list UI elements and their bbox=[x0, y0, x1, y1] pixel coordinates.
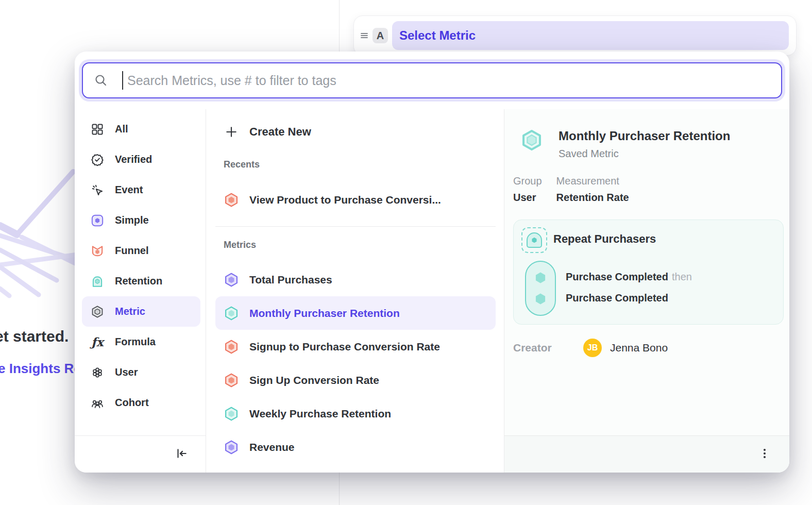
background-link-fragment[interactable]: e Insights Re bbox=[0, 361, 81, 377]
metric-definition-card: Repeat Purchasers Purchase Completedthen… bbox=[513, 220, 784, 325]
funnel-metric-icon bbox=[224, 192, 239, 208]
search-icon bbox=[93, 73, 109, 88]
verified-badge-icon bbox=[90, 153, 105, 166]
measurement-label: Measurement bbox=[556, 175, 629, 187]
simple-metric-icon bbox=[224, 440, 239, 455]
metrics-heading: Metrics bbox=[224, 240, 504, 252]
drag-handle-icon[interactable] bbox=[359, 30, 369, 41]
sidebar-item-label: Formula bbox=[115, 336, 156, 348]
funnel-metric-icon bbox=[90, 244, 105, 258]
funnel-metric-icon bbox=[224, 373, 239, 388]
retention-metric-icon bbox=[224, 306, 239, 321]
retention-steps-capsule bbox=[525, 261, 556, 316]
creator-label: Creator bbox=[513, 342, 583, 354]
text-cursor bbox=[122, 71, 123, 90]
more-options-kebab-icon[interactable] bbox=[758, 447, 771, 462]
details-subtitle: Saved Metric bbox=[559, 148, 730, 160]
cursor-click-icon bbox=[90, 183, 105, 197]
user-cluster-icon bbox=[90, 366, 105, 379]
sidebar-item-metric[interactable]: Metric bbox=[82, 296, 200, 327]
metric-item-label: Weekly Purchase Retention bbox=[249, 408, 391, 420]
sidebar-item-all[interactable]: All bbox=[82, 114, 200, 144]
sidebar-item-event[interactable]: Event bbox=[82, 175, 200, 205]
definition-title: Repeat Purchasers bbox=[553, 232, 656, 246]
metric-search-box[interactable] bbox=[82, 62, 782, 98]
select-metric-button[interactable]: Select Metric bbox=[392, 21, 789, 50]
recent-metric-item[interactable]: View Product to Purchase Conversi... bbox=[215, 183, 496, 216]
recent-metric-label: View Product to Purchase Conversi... bbox=[249, 194, 441, 206]
creator-name: Jenna Bono bbox=[610, 342, 668, 354]
list-section-divider bbox=[215, 226, 496, 227]
create-new-label: Create New bbox=[249, 125, 311, 139]
sidebar-item-retention[interactable]: Retention bbox=[82, 266, 200, 296]
sidebar-item-label: Metric bbox=[115, 306, 145, 317]
metric-item-label: Monthly Purchaser Retention bbox=[249, 307, 400, 319]
sidebar-item-label: All bbox=[115, 123, 128, 135]
plus-icon bbox=[224, 125, 239, 139]
background-chart-decoration bbox=[0, 166, 82, 315]
select-metric-label: Select Metric bbox=[399, 28, 476, 43]
metric-hexagon-icon bbox=[90, 305, 105, 318]
group-field: Group User bbox=[513, 175, 542, 204]
metric-item-label: Sign Up Conversion Rate bbox=[249, 374, 379, 386]
metric-item-monthly-purchaser-retention[interactable]: Monthly Purchaser Retention bbox=[215, 296, 496, 330]
step-hexagon-icon bbox=[533, 271, 548, 285]
type-filter-sidebar: All Verified Event bbox=[75, 109, 206, 473]
creator-avatar: JB bbox=[583, 339, 602, 357]
retention-metric-icon bbox=[224, 406, 239, 422]
formula-fx-icon: ƒx bbox=[90, 336, 105, 348]
details-footer bbox=[504, 435, 789, 473]
sidebar-item-user[interactable]: User bbox=[82, 357, 200, 388]
sidebar-item-label: Event bbox=[115, 184, 143, 196]
definition-step-2: Purchase Completed bbox=[566, 292, 692, 305]
sidebar-item-formula[interactable]: ƒx Formula bbox=[82, 327, 200, 357]
group-value: User bbox=[513, 192, 542, 204]
metric-item-total-purchases[interactable]: Total Purchases bbox=[215, 263, 496, 296]
sidebar-item-verified[interactable]: Verified bbox=[82, 144, 200, 175]
measurement-value: Retention Rate bbox=[556, 192, 629, 204]
sidebar-item-cohort[interactable]: Cohort bbox=[82, 388, 200, 418]
retention-metric-large-icon bbox=[520, 129, 543, 154]
background-heading-fragment: et started. bbox=[0, 328, 69, 345]
series-letter-badge: A bbox=[373, 28, 388, 43]
sidebar-item-label: Funnel bbox=[115, 245, 149, 257]
sidebar-item-label: Simple bbox=[115, 214, 149, 226]
metric-item-label: Revenue bbox=[249, 441, 295, 453]
definition-step-1: Purchase Completedthen bbox=[566, 271, 692, 283]
metric-item-label: Total Purchases bbox=[249, 274, 332, 286]
simple-metric-icon bbox=[224, 272, 239, 288]
sidebar-item-label: Cohort bbox=[115, 397, 149, 409]
cohort-people-icon bbox=[90, 396, 105, 410]
then-connector: then bbox=[672, 271, 692, 282]
grid-icon bbox=[90, 123, 105, 136]
details-title: Monthly Purchaser Retention bbox=[559, 129, 730, 143]
metric-item-revenue[interactable]: Revenue bbox=[215, 430, 496, 464]
sidebar-item-label: User bbox=[115, 366, 138, 378]
recents-heading: Recents bbox=[224, 159, 504, 172]
sidebar-footer bbox=[75, 435, 206, 473]
metric-list-column: Create New Recents View Product to Purch… bbox=[206, 109, 504, 473]
metric-item-signup-to-purchase-conversion-rate[interactable]: Signup to Purchase Conversion Rate bbox=[215, 330, 496, 363]
metric-details-panel: Monthly Purchaser Retention Saved Metric… bbox=[504, 109, 789, 473]
metric-item-label: Signup to Purchase Conversion Rate bbox=[249, 341, 440, 353]
sidebar-item-funnel[interactable]: Funnel bbox=[82, 235, 200, 266]
metric-item-sign-up-conversion-rate[interactable]: Sign Up Conversion Rate bbox=[215, 363, 496, 397]
metric-item-weekly-purchase-retention[interactable]: Weekly Purchase Retention bbox=[215, 397, 496, 430]
create-new-button[interactable]: Create New bbox=[215, 117, 496, 146]
group-label: Group bbox=[513, 175, 542, 187]
measurement-field: Measurement Retention Rate bbox=[556, 175, 629, 204]
sidebar-item-label: Retention bbox=[115, 275, 162, 287]
creator-row: Creator JB Jenna Bono bbox=[513, 339, 668, 357]
sidebar-item-simple[interactable]: Simple bbox=[82, 205, 200, 235]
search-input[interactable] bbox=[126, 73, 771, 89]
simple-metric-icon bbox=[90, 214, 105, 227]
collapse-sidebar-icon[interactable] bbox=[175, 447, 188, 462]
step-hexagon-icon bbox=[533, 292, 548, 306]
sidebar-item-label: Verified bbox=[115, 154, 152, 165]
funnel-metric-icon bbox=[224, 339, 239, 355]
metric-picker-modal: All Verified Event bbox=[75, 52, 789, 473]
retention-definition-icon bbox=[521, 227, 547, 253]
metric-row-card: A Select Metric bbox=[353, 15, 797, 56]
retention-metric-icon bbox=[90, 275, 105, 288]
